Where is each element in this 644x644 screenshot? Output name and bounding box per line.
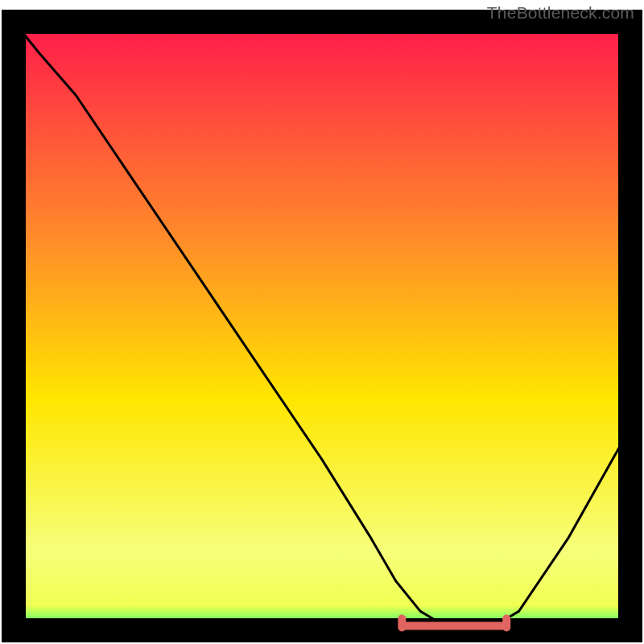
chart-stage: TheBottleneck.com <box>0 0 644 644</box>
watermark-text: TheBottleneck.com <box>487 3 634 23</box>
plot-background <box>14 23 630 630</box>
bottleneck-chart <box>0 0 644 644</box>
